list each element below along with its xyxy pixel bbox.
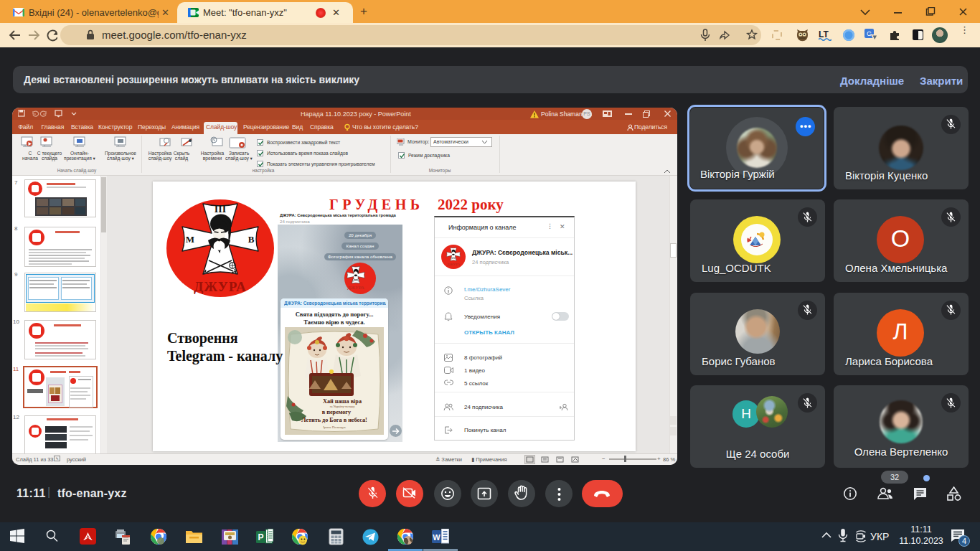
svg-text:Ірина Полищук: Ірина Полищук [323, 425, 346, 429]
svg-text:В: В [248, 234, 255, 245]
svg-text:III: III [215, 204, 226, 215]
svg-text:P: P [258, 532, 263, 542]
svg-text:W: W [433, 533, 440, 542]
svg-text:Хай наша віра: Хай наша віра [323, 398, 362, 405]
svg-text:М: М [186, 234, 194, 245]
svg-text:G: G [867, 30, 872, 37]
svg-text:ДЖУРА: ДЖУРА [194, 279, 246, 294]
svg-text:ДЖУРА: ДЖУРА [347, 285, 364, 290]
svg-text:в перемогу: в перемогу [322, 409, 352, 415]
svg-text:за Україну-неньку: за Україну-неньку [330, 405, 356, 408]
svg-text:Летить до Бога в небеса!: Летить до Бога в небеса! [301, 417, 367, 423]
svg-text:ДЖУРА: ДЖУРА [447, 263, 460, 266]
